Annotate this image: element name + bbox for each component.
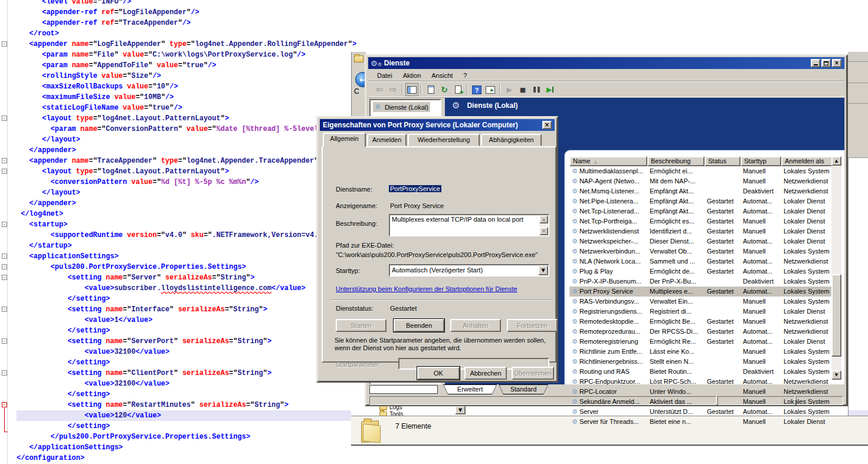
scroll-up-button[interactable]: ▲ [831, 156, 841, 166]
table-row[interactable]: ⚙ServerUnterstützt D...GestartetAutomat.… [569, 407, 836, 417]
code-line[interactable]: <level value="INFO"/> [17, 0, 868, 7]
startoptionen-help-link[interactable]: Unterstützung beim Konfigurieren der Sta… [336, 285, 517, 292]
fold-toggle-icon[interactable]: - [2, 116, 7, 121]
fold-toggle-icon[interactable]: - [2, 158, 7, 163]
fold-toggle-icon[interactable]: - [2, 264, 7, 269]
dialog-titlebar[interactable]: Eigenschaften von Port Proxy Service (Lo… [320, 119, 555, 131]
fortsetzen-button[interactable]: Fortsetzen [507, 319, 558, 332]
table-row[interactable]: ⚙Plug & PlayErmöglicht de...GestartetAut… [569, 266, 836, 277]
table-row[interactable]: ⚙Multimediaklassenpl...Ermöglicht ei...M… [569, 166, 836, 176]
menu-item-ansicht[interactable]: Ansicht [426, 71, 458, 80]
pause-service-icon[interactable] [530, 83, 543, 96]
fold-toggle-icon[interactable]: - [2, 307, 7, 312]
tab-abhängigkeiten[interactable]: Abhängigkeiten [481, 134, 542, 146]
table-row[interactable]: ⚙Netzwerkverbindun...Verwaltet Ob...Gest… [569, 246, 836, 256]
table-row[interactable]: ⚙Netzwerkspeicher-...Dieser Dienst...Ges… [569, 236, 836, 246]
services-titlebar[interactable]: ⚙⚙ Dienste × [368, 57, 844, 69]
bernehmen-button[interactable]: Übernehmen [512, 367, 554, 380]
back-icon[interactable]: ⇦ [373, 83, 386, 96]
export-list-icon[interactable] [451, 83, 464, 96]
table-row[interactable]: ⚙NLA (Network Loca...Sammelt und ...Gest… [569, 256, 836, 266]
fold-toggle-icon[interactable]: - [2, 275, 7, 280]
dienstname-value[interactable]: PortProxyService [389, 185, 441, 192]
table-row[interactable]: ⚙Net.Msmq-Listener...Empfängt Akt...Deak… [569, 186, 836, 196]
column-header-starttyp[interactable]: Starttyp [741, 156, 781, 166]
chevron-down-icon[interactable]: ▼ [539, 227, 548, 235]
code-line[interactable]: </root> [17, 28, 868, 39]
stop-service-icon[interactable]: ■ [516, 83, 529, 96]
tab-allgemein[interactable]: Allgemein [323, 133, 366, 147]
beschreibung-field[interactable]: Multiplexes external TCP/IP data on loca… [389, 214, 549, 236]
tab-anmelden[interactable]: Anmelden [367, 134, 407, 146]
code-line[interactable]: </configuration> [17, 453, 868, 463]
code-line[interactable]: <appender-ref ref="LogFileAppender"/> [17, 7, 868, 18]
column-header-beschreibung[interactable]: Beschreibung [647, 156, 705, 166]
table-row[interactable]: ⚙Richtlinienergebniss...Stellt einen N..… [569, 357, 836, 367]
table-row[interactable]: ⚙RemoteregistrierungErmöglicht Re...Gest… [569, 337, 836, 347]
extended-view-icon[interactable]: ▶ [484, 83, 497, 96]
table-row[interactable]: ⚙NAP-Agent (Netwo...Mit dem NAP-...Manue… [569, 176, 836, 186]
table-row[interactable]: ⚙Richtlinie zum Entfe...Lässt eine Ko...… [569, 347, 836, 357]
anhalten-button[interactable]: Anhalten [450, 319, 501, 332]
fold-margin[interactable]: ------------ [0, 0, 17, 464]
ok-button[interactable]: OK [417, 367, 460, 380]
bottom-field[interactable] [369, 385, 438, 394]
table-row[interactable]: ⚙Net.Tcp-Listenerad...Empfängt Akt...Ges… [569, 206, 836, 216]
close-button[interactable]: × [832, 59, 841, 67]
table-row[interactable]: ⚙NetzwerklistendienstIdentifiziert d...G… [569, 226, 836, 236]
abbrechen-button[interactable]: Abbrechen [464, 367, 507, 380]
fold-toggle-icon[interactable]: - [2, 222, 7, 227]
fold-toggle-icon[interactable]: - [2, 402, 7, 407]
toolbar: ⇦⇨↻?▶▶■▶ [368, 82, 844, 98]
service-gear-icon: ⚙ [572, 278, 578, 285]
scroll-down-button[interactable]: ▼ [831, 370, 841, 380]
table-row[interactable]: ⚙Net.Pipe-Listenera...Empfängt Akt...Ges… [569, 196, 836, 206]
menu-item-aktion[interactable]: Aktion [398, 71, 427, 80]
dropdown-button[interactable]: ▼ [455, 406, 466, 414]
scrollbar-thumb[interactable] [831, 274, 841, 357]
table-row[interactable]: ⚙Registrierungsdiens...Registriert di...… [569, 307, 836, 317]
menu-item-datei[interactable]: Datei [372, 71, 398, 80]
restart-service-icon[interactable]: ▶ [543, 83, 556, 96]
properties-icon[interactable] [424, 83, 437, 96]
column-header-status[interactable]: Status [705, 156, 741, 166]
starten-button[interactable]: Starten [336, 319, 386, 332]
vertical-scrollbar[interactable]: ▲ ▼ [831, 156, 841, 380]
start-service-icon[interactable]: ▶ [503, 83, 516, 96]
view-tab-standard[interactable]: Standard [499, 384, 548, 394]
code-line[interactable]: <appender name="LogFileAppender" type="l… [17, 39, 868, 50]
maximize-button[interactable] [821, 59, 831, 67]
fold-toggle-icon[interactable]: - [2, 370, 7, 376]
table-row[interactable]: ⚙Remoteprozedurau...Der RPCSS-Di...Gesta… [569, 327, 836, 337]
fold-toggle-icon[interactable]: - [2, 41, 7, 47]
beschreibung-scrollbar[interactable]: ▲ ▼ [539, 215, 548, 235]
column-header-name[interactable]: Name▲ [569, 156, 647, 166]
chevron-down-icon[interactable]: ▼ [538, 265, 548, 275]
refresh-icon[interactable]: ↻ [438, 83, 451, 96]
table-row[interactable]: ⚙RAS-Verbindungsv...Verwaltet Ein...Manu… [569, 297, 836, 307]
help-icon[interactable]: ? [470, 83, 483, 96]
fold-toggle-icon[interactable]: - [2, 254, 7, 259]
fold-toggle-icon[interactable]: - [2, 338, 7, 344]
menu-item-[interactable]: ? [458, 71, 472, 80]
view-tab-erweitert[interactable]: Erweitert [443, 384, 497, 394]
chevron-up-icon[interactable]: ▲ [539, 215, 548, 223]
minimize-button[interactable] [811, 59, 820, 67]
tab-wiederherstellung[interactable]: Wiederherstellung [408, 134, 480, 146]
table-row[interactable]: ⚙Net.Tcp-Portfreiga...Ermöglicht es...Ge… [569, 216, 836, 226]
show-tree-icon[interactable] [405, 83, 418, 96]
close-icon[interactable]: × [542, 121, 552, 129]
table-row[interactable]: ⚙Server für Threads...Bietet eine n...Ma… [569, 417, 836, 427]
fold-toggle-icon[interactable]: - [2, 169, 7, 174]
forward-icon[interactable]: ⇨ [386, 83, 399, 96]
table-row[interactable]: ⚙PnP-X-IP-Busenum...Der PnP-X-Bu...Deakt… [569, 277, 836, 287]
table-row[interactable]: ⚙Port Proxy ServiceMultiplexes e...Gesta… [569, 287, 836, 297]
starttyp-combobox[interactable]: Automatisch (Verzögerter Start) ▼ [389, 264, 549, 277]
table-row[interactable]: ⚙Remotedesktopdie...Ermöglicht Be...Gest… [569, 317, 836, 327]
tree-item-dienste-lokal[interactable]: ⚙ Dienste (Lokal) [373, 102, 430, 112]
table-row[interactable]: ⚙Routing und RASBietet Routin...Deaktivi… [569, 367, 836, 377]
column-header-anmeldenals[interactable]: Anmelden als [781, 156, 836, 166]
table-cell: Gestartet [705, 246, 741, 256]
code-line[interactable]: <appender-ref ref="TraceAppender"/> [17, 18, 868, 28]
beenden-button[interactable]: Beenden [394, 319, 444, 332]
